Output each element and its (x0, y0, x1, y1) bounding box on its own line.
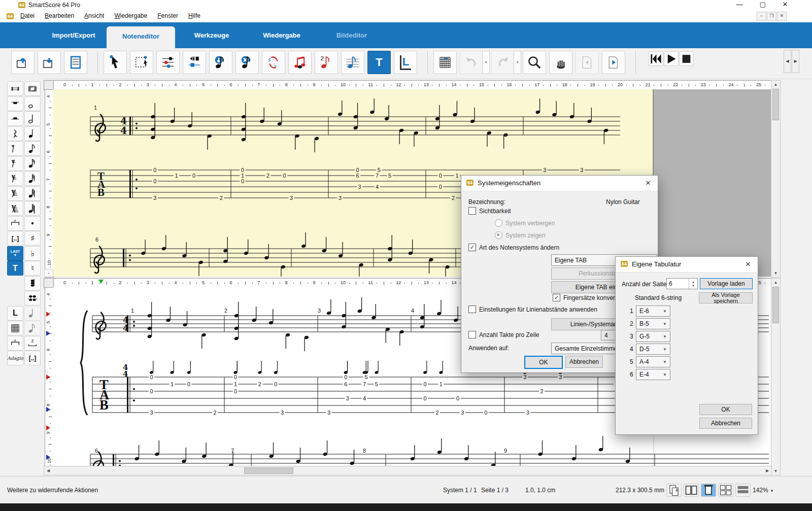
image-view-button[interactable] (24, 81, 41, 96)
save-as-template-button[interactable]: Als Vorlage speichern (699, 292, 753, 303)
tuplet-bracket-button[interactable]: n (7, 216, 23, 231)
beam-tool[interactable] (288, 51, 312, 74)
mdi-close-button[interactable]: ✕ (777, 12, 787, 21)
last-tool-button[interactable]: LAST▼ (7, 246, 23, 261)
continuous-view-button[interactable] (735, 484, 751, 497)
string-tuning-select-6[interactable]: E-4▼ (636, 369, 670, 380)
thirtysecond-note-button[interactable] (24, 171, 41, 186)
toolbar-scroll-left[interactable]: ◀ (784, 50, 791, 73)
sixteenth-rest-button[interactable] (7, 156, 23, 171)
menu-datei[interactable]: Datei (15, 10, 40, 21)
menu-hilfe[interactable]: Hilfe (183, 10, 206, 21)
close-button[interactable]: ✕ (776, 0, 794, 10)
string-count-spinner[interactable]: 6 ▲▼ (666, 278, 698, 289)
half-note-button[interactable] (24, 111, 41, 126)
properties-tool[interactable] (156, 51, 180, 74)
quarter-rest-button[interactable] (7, 126, 23, 141)
export-button[interactable] (11, 51, 35, 74)
part-marker[interactable] (46, 407, 50, 412)
page-thumbnails-button[interactable] (666, 484, 682, 497)
load-template-button[interactable]: Vorlage laden (700, 278, 753, 289)
insert-note-tool[interactable] (209, 51, 232, 74)
measures-per-line-checkbox[interactable]: Anzahl Takte pro Zeile (468, 331, 539, 338)
triplet-button[interactable]: 3 (24, 336, 41, 351)
tab-importexport[interactable]: Import/Export (46, 22, 101, 48)
previous-page-button[interactable] (576, 51, 599, 74)
string-tuning-select-4[interactable]: D-5▼ (636, 344, 670, 355)
ok-button[interactable]: OK (524, 356, 563, 369)
play-button[interactable] (664, 51, 679, 66)
thirtysecond-rest-button[interactable] (7, 171, 23, 186)
toolbar-scroll-right[interactable]: ▶ (792, 50, 799, 73)
change-system-type-checkbox[interactable]: ✓Art des Notensystems ändern (468, 244, 559, 251)
dialog-close-icon[interactable]: ✕ (642, 178, 654, 189)
part-marker[interactable] (46, 331, 50, 336)
eighth-note-button[interactable] (24, 141, 41, 156)
next-page-button[interactable] (602, 51, 625, 74)
menu-fenster[interactable]: Fenster (152, 10, 183, 21)
marquee-select-tool[interactable] (130, 51, 153, 74)
mdi-minimize-button[interactable]: – (757, 12, 766, 21)
line-spacing-checkbox[interactable]: Einstellungen für Linienabstände anwende… (468, 305, 597, 313)
onetwentyeighth-note-button[interactable] (24, 201, 41, 216)
maximize-button[interactable]: ▢ (754, 0, 771, 10)
tab-werkzeuge[interactable]: Werkzeuge (179, 22, 245, 48)
sixteenth-note-button[interactable] (24, 156, 41, 171)
fretboard-button[interactable] (433, 51, 457, 74)
splitter-collapse-button[interactable]: - (44, 269, 53, 277)
rescan-button[interactable] (64, 51, 87, 74)
voice-tool[interactable] (341, 51, 364, 74)
position-marker[interactable] (98, 280, 104, 284)
menu-ansicht[interactable]: Ansicht (79, 10, 109, 21)
delete-note-tool[interactable] (235, 51, 259, 74)
gray-note-button[interactable] (24, 306, 41, 321)
pan-tool[interactable] (549, 51, 572, 74)
mdi-restore-button[interactable]: ❐ (767, 12, 776, 21)
menu-wiedergabe[interactable]: Wiedergabe (109, 10, 152, 21)
hide-system-radio[interactable]: System verbergen (495, 219, 555, 227)
cancel-button[interactable]: Abbrechen (565, 356, 603, 368)
sharp-button[interactable]: ♯ (24, 231, 41, 246)
sixtyfourth-note-button[interactable] (24, 186, 41, 201)
select-tool[interactable] (104, 51, 127, 74)
ok-button[interactable]: OK (699, 404, 752, 415)
redo-button-dropdown[interactable]: ▼ (514, 51, 521, 74)
tab-wiedergabe[interactable]: Wiedergabe (249, 22, 315, 48)
show-system-radio[interactable]: System zeigen (495, 231, 546, 239)
part-marker[interactable] (46, 455, 50, 460)
score-pane-scan-view[interactable]: TAB01003201200305675343010023033234416 (53, 89, 771, 277)
vertical-scrollbar-top[interactable]: ▲▼ (771, 80, 781, 278)
quarter-note-button[interactable] (24, 126, 41, 141)
flat-button[interactable]: ♭ (24, 246, 41, 261)
string-tuning-select-1[interactable]: E-6▼ (636, 305, 670, 317)
lyric-l-button[interactable]: L (7, 306, 23, 321)
bracket-button[interactable]: [..] (7, 231, 23, 246)
two-page-view-button[interactable] (684, 484, 699, 497)
play-range-tool[interactable] (183, 51, 206, 74)
dialog-title-bar[interactable]: 64 Systemeigenschaften ✕ (461, 176, 658, 191)
half-rest-button[interactable] (7, 111, 23, 126)
vertical-scrollbar-bottom[interactable]: ▲▼ (771, 278, 781, 475)
chord-cluster-button[interactable] (24, 291, 41, 305)
undo-button[interactable] (460, 51, 483, 74)
tab-bildeditor[interactable]: Bildeditor (319, 22, 385, 48)
dot-button[interactable] (24, 216, 41, 231)
rewind-button[interactable] (649, 51, 663, 66)
tab-noteneditor[interactable]: Noteneditor (107, 26, 175, 48)
staff-image-button[interactable] (7, 81, 23, 96)
dialog-close-icon[interactable]: ✕ (742, 259, 754, 270)
single-page-view-button[interactable] (701, 484, 716, 497)
eighth-rest-button[interactable] (7, 141, 23, 156)
sixtyfourth-rest-button[interactable] (7, 186, 23, 201)
part-marker[interactable] (46, 425, 50, 430)
fret-grid-button[interactable] (7, 321, 23, 335)
redo-button[interactable] (491, 51, 515, 74)
whole-rest-button[interactable] (7, 96, 23, 111)
string-tuning-select-3[interactable]: G-5▼ (636, 331, 670, 342)
string-tuning-select-5[interactable]: A-4▼ (636, 356, 670, 367)
stop-button[interactable] (679, 51, 694, 66)
cancel-button[interactable]: Abbrechen (699, 418, 752, 429)
natural-button[interactable]: ♮ (24, 261, 41, 276)
zoom-tool[interactable] (523, 51, 546, 74)
bracket-button-2[interactable]: [..] (24, 351, 41, 365)
